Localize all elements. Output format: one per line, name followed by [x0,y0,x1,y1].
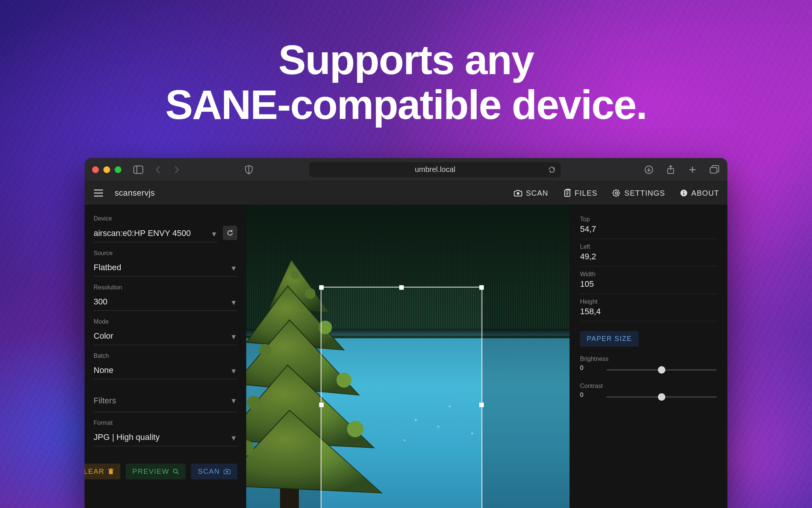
svg-rect-9 [710,167,717,173]
chevron-down-icon: ▾ [212,229,216,239]
url-text: umbrel.local [415,165,455,174]
brightness-slider[interactable] [606,366,717,374]
width-value[interactable]: 105 [580,278,717,294]
mode-label: Mode [94,318,237,325]
svg-line-25 [177,473,179,475]
gear-icon [612,189,621,197]
crop-handle-ml[interactable] [319,403,324,407]
settings-panel: Device airscan:e0:HP ENVY 4500 ▾ Source … [85,205,246,508]
svg-rect-0 [134,166,143,173]
back-button[interactable] [152,164,164,175]
svg-point-26 [226,471,228,473]
reload-icon[interactable] [548,166,556,173]
resolution-select-value: 300 [94,297,108,306]
svg-point-34 [259,344,271,356]
hero-line-2: SANE-compatible device. [0,82,812,127]
device-select-value: airscan:e0:HP ENVY 4500 [94,228,191,238]
svg-point-39 [305,288,315,299]
paper-size-label: PAPER SIZE [587,335,632,342]
batch-label: Batch [94,353,237,359]
nav-files-label: FILES [575,189,598,198]
brightness-label: Brightness [580,356,609,362]
sidebar-toggle-icon[interactable] [133,164,144,175]
nav-about[interactable]: ABOUT [680,189,719,198]
app-content: Device airscan:e0:HP ENVY 4500 ▾ Source … [85,205,727,508]
svg-point-24 [174,469,177,473]
height-label: Height [580,298,717,305]
format-label: Format [94,420,237,426]
files-icon [564,189,571,197]
svg-point-40 [291,270,300,279]
mode-select[interactable]: Color ▾ [94,329,237,345]
preview-button[interactable]: PREVIEW [126,464,186,479]
resolution-label: Resolution [94,284,237,291]
app-title: scanservjs [115,188,155,198]
device-label: Device [94,215,237,222]
height-value[interactable]: 158,4 [580,305,717,321]
batch-select-value: None [94,365,114,375]
mode-select-value: Color [94,331,114,341]
contrast-label: Contrast [580,383,603,389]
device-select[interactable]: airscan:e0:HP ENVY 4500 ▾ [94,226,218,242]
minimize-window-button[interactable] [103,166,110,173]
browser-window: umbrel.local scanservjs [85,158,727,508]
top-value[interactable]: 54,7 [580,223,717,239]
new-tab-icon[interactable] [687,164,698,175]
format-select-value: JPG | High quality [94,432,160,442]
privacy-shield-icon[interactable] [243,164,255,175]
svg-point-13 [517,192,519,195]
clear-button[interactable]: CLEAR [85,464,120,479]
scan-button-label: SCAN [198,467,220,476]
nav-scan[interactable]: SCAN [514,189,548,198]
format-select[interactable]: JPG | High quality ▾ [94,430,237,446]
app-toolbar: scanservjs SCAN FILES SETTINGS ABOUT [85,181,727,205]
preview-button-label: PREVIEW [132,467,169,476]
trash-icon [108,468,114,475]
contrast-value: 0 [580,392,599,398]
refresh-devices-button[interactable] [223,226,237,240]
chevron-down-icon: ▾ [232,332,236,342]
geometry-panel: Top 54,7 Left 49,2 Width 105 Height 158,… [570,205,727,508]
info-icon [680,189,688,197]
hero-headline: Supports any SANE-compatible device. [0,38,812,127]
tabs-overview-icon[interactable] [709,164,720,175]
close-window-button[interactable] [92,166,99,173]
share-icon[interactable] [665,164,676,175]
crop-selection[interactable] [321,287,482,508]
batch-select[interactable]: None ▾ [94,363,237,379]
svg-rect-21 [109,470,113,474]
hamburger-menu-icon[interactable] [93,187,104,199]
contrast-slider[interactable] [606,393,717,401]
resolution-select[interactable]: 300 ▾ [94,295,237,311]
camera-icon [514,190,522,196]
url-bar[interactable]: umbrel.local [309,162,561,177]
nav-settings[interactable]: SETTINGS [612,189,665,198]
hero-line-1: Supports any [0,38,812,82]
svg-rect-20 [683,193,684,195]
chevron-down-icon: ▾ [232,298,236,307]
width-label: Width [580,271,717,278]
filters-label: Filters [94,396,116,405]
downloads-icon[interactable] [643,164,654,175]
source-select-value: Flatbed [94,263,121,272]
svg-point-36 [247,396,261,409]
nav-files[interactable]: FILES [564,189,598,198]
crop-handle-tl[interactable] [319,285,324,290]
chevron-down-icon: ▾ [232,366,236,376]
paper-size-button[interactable]: PAPER SIZE [580,331,639,347]
nav-scan-label: SCAN [526,189,548,198]
filters-expander[interactable]: Filters ▾ [94,390,237,412]
svg-rect-23 [110,468,112,469]
forward-button[interactable] [171,164,182,175]
preview-canvas[interactable] [246,205,570,508]
crop-handle-tm[interactable] [399,285,404,290]
chevron-down-icon: ▾ [232,396,236,406]
maximize-window-button[interactable] [115,166,121,173]
crop-handle-mr[interactable] [479,403,484,407]
crop-handle-tr[interactable] [479,285,484,290]
left-value[interactable]: 49,2 [580,250,717,266]
chevron-down-icon: ▾ [232,263,236,273]
scan-button[interactable]: SCAN [191,464,237,479]
source-select[interactable]: Flatbed ▾ [94,260,237,277]
magnify-icon [173,468,179,475]
